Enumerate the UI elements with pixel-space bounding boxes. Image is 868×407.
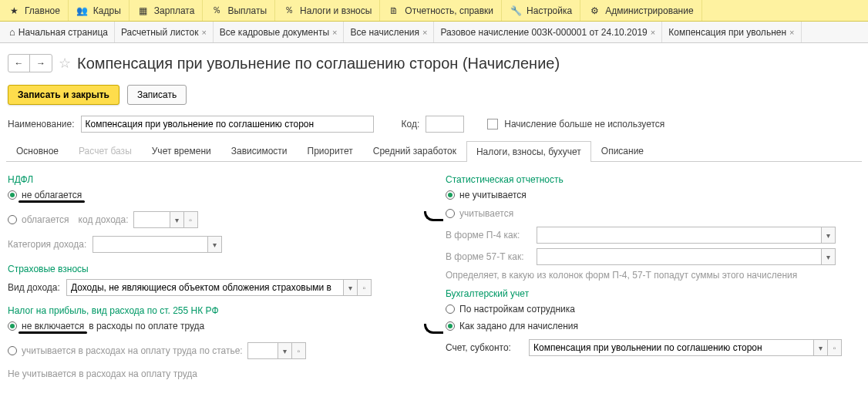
title-bar: ← → ☆ Компенсация при увольнение по согл… <box>0 43 868 79</box>
form-tab-5[interactable]: Средний заработок <box>363 140 466 161</box>
dropdown-icon[interactable]: ▾ <box>822 248 836 265</box>
income-category-input[interactable] <box>93 236 208 253</box>
stat-report-title: Статистическая отчетность <box>446 174 860 185</box>
income-type-combo[interactable]: ▾ ▫ <box>66 279 372 296</box>
form-tab-4[interactable]: Приоритет <box>298 140 363 161</box>
income-code-combo[interactable]: ▾ ▫ <box>133 211 198 228</box>
open-icon[interactable]: ▫ <box>358 279 372 296</box>
acc-by-employee-radio[interactable] <box>446 304 455 314</box>
profit-not-included-label: не включается <box>22 321 84 331</box>
p4-input[interactable] <box>537 227 822 244</box>
form-tab-1: Расчет базы <box>69 140 142 161</box>
favorite-star-icon[interactable]: ☆ <box>59 55 71 72</box>
save-button[interactable]: Записать <box>127 85 187 105</box>
profit-included-label: учитывается в расходах на оплату труда п… <box>22 345 243 356</box>
close-icon[interactable]: × <box>789 28 794 37</box>
open-icon[interactable]: ▫ <box>828 339 842 356</box>
save-and-close-button[interactable]: Записать и закрыть <box>8 85 119 105</box>
dropdown-icon[interactable]: ▾ <box>278 342 292 359</box>
open-icon[interactable]: ▫ <box>184 211 198 228</box>
section-Настройка[interactable]: 🔧Настройка <box>502 0 580 21</box>
gear-icon: ⚙ <box>588 5 601 17</box>
page-title: Компенсация при увольнение по соглашению… <box>77 55 560 72</box>
close-icon[interactable]: × <box>332 28 337 37</box>
section-Налоги и взносы[interactable]: ％Налоги и взносы <box>275 0 380 21</box>
section-Отчетность, справки[interactable]: 🗎Отчетность, справки <box>380 0 502 21</box>
nav-back-button[interactable]: ← <box>8 55 30 72</box>
stat-counted-radio[interactable] <box>446 209 455 218</box>
income-type-label: Вид дохода: <box>8 282 60 293</box>
stat-not-counted-radio[interactable] <box>446 190 455 200</box>
stat-not-counted-label: не учитывается <box>459 190 527 200</box>
close-icon[interactable]: × <box>422 28 427 37</box>
dropdown-icon[interactable]: ▾ <box>170 211 184 228</box>
section-Главное[interactable]: ★Главное <box>0 0 69 21</box>
section-Зарплата[interactable]: ▦Зарплата <box>130 0 204 21</box>
code-input[interactable] <box>426 116 464 133</box>
profit-info-text: Не учитывается в расходах на оплату труд… <box>8 368 422 379</box>
percent2-icon: ％ <box>283 5 295 17</box>
account-input[interactable] <box>529 339 814 356</box>
command-bar: Записать и закрыть Записать <box>0 79 868 116</box>
nav-forward-button[interactable]: → <box>30 55 52 72</box>
profit-tax-title: Налог на прибыль, вид расхода по ст. 255… <box>8 305 422 316</box>
account-combo[interactable]: ▾ ▫ <box>529 339 842 356</box>
ndfl-taxed-radio[interactable] <box>8 215 17 224</box>
doc-tab[interactable]: Все начисления× <box>344 22 434 42</box>
doc-tab[interactable]: Все кадровые документы× <box>214 22 345 42</box>
home-icon: ⌂ <box>9 26 15 38</box>
name-label: Наименование: <box>8 119 75 130</box>
profit-not-included-radio[interactable] <box>8 321 17 331</box>
header-fields: Наименование: Код: Начисление больше не … <box>0 116 868 140</box>
insurance-title: Страховые взносы <box>8 264 422 274</box>
app-sections-bar: ★Главное👥Кадры▦Зарплата％Выплаты％Налоги и… <box>0 0 868 22</box>
section-Администрирование[interactable]: ⚙Администрирование <box>580 0 701 21</box>
ndfl-not-taxed-radio[interactable] <box>8 190 17 200</box>
unused-checkbox[interactable] <box>487 119 498 130</box>
acc-as-set-label: Как задано для начисления <box>459 321 578 331</box>
profit-article-combo[interactable]: ▾ ▫ <box>247 342 306 359</box>
name-input[interactable] <box>81 116 374 133</box>
profit-included-radio[interactable] <box>8 346 17 355</box>
p4-combo[interactable]: ▾ <box>537 227 836 244</box>
form-tab-6[interactable]: Налоги, взносы, бухучет <box>466 141 591 162</box>
income-code-label: код дохода: <box>79 214 129 225</box>
form-tab-7[interactable]: Описание <box>591 140 654 161</box>
income-code-input[interactable] <box>133 211 170 228</box>
close-icon[interactable]: × <box>201 28 206 37</box>
form-tab-0[interactable]: Основное <box>6 140 69 161</box>
people-icon: 👥 <box>76 5 89 17</box>
open-icon[interactable]: ▫ <box>292 342 306 359</box>
dropdown-icon[interactable]: ▾ <box>822 227 836 244</box>
doc-icon: 🗎 <box>388 5 400 17</box>
p57-input[interactable] <box>537 248 822 265</box>
profit-not-included-suffix: в расходы по оплате труда <box>89 321 204 331</box>
doc-tab[interactable]: ⌂Начальная страница <box>3 22 115 42</box>
close-icon[interactable]: × <box>651 28 655 37</box>
accounting-title: Бухгалтерский учет <box>446 288 860 299</box>
left-column: НДФЛ не облагается облагается код дохода… <box>8 170 422 387</box>
account-label: Счет, субконто: <box>446 342 523 353</box>
form-tabs: ОсновноеРасчет базыУчет времениЗависимос… <box>6 140 862 162</box>
acc-by-employee-label: По настройкам сотрудника <box>459 304 575 314</box>
form-tab-2[interactable]: Учет времени <box>142 140 221 161</box>
income-category-label: Категория дохода: <box>8 239 86 250</box>
income-category-combo[interactable]: ▾ <box>93 236 222 253</box>
income-type-input[interactable] <box>66 279 344 296</box>
section-Выплаты[interactable]: ％Выплаты <box>203 0 275 21</box>
p57-combo[interactable]: ▾ <box>537 248 836 265</box>
nav-buttons: ← → <box>8 54 52 72</box>
section-Кадры[interactable]: 👥Кадры <box>69 0 130 21</box>
doc-tab[interactable]: Расчетный листок× <box>115 22 214 42</box>
dropdown-icon[interactable]: ▾ <box>344 279 358 296</box>
profit-article-input[interactable] <box>247 342 278 359</box>
calendar-icon: ▦ <box>137 5 150 17</box>
dropdown-icon[interactable]: ▾ <box>208 236 222 253</box>
right-column: Статистическая отчетность не учитывается… <box>446 170 860 387</box>
doc-tab[interactable]: Компенсация при увольнен× <box>662 22 801 42</box>
dropdown-icon[interactable]: ▾ <box>814 339 828 356</box>
ndfl-title: НДФЛ <box>8 174 422 185</box>
doc-tab[interactable]: Разовое начисление 00ЗК-000001 от 24.10.… <box>434 22 662 42</box>
acc-as-set-radio[interactable] <box>446 321 455 331</box>
form-tab-3[interactable]: Зависимости <box>221 140 298 161</box>
